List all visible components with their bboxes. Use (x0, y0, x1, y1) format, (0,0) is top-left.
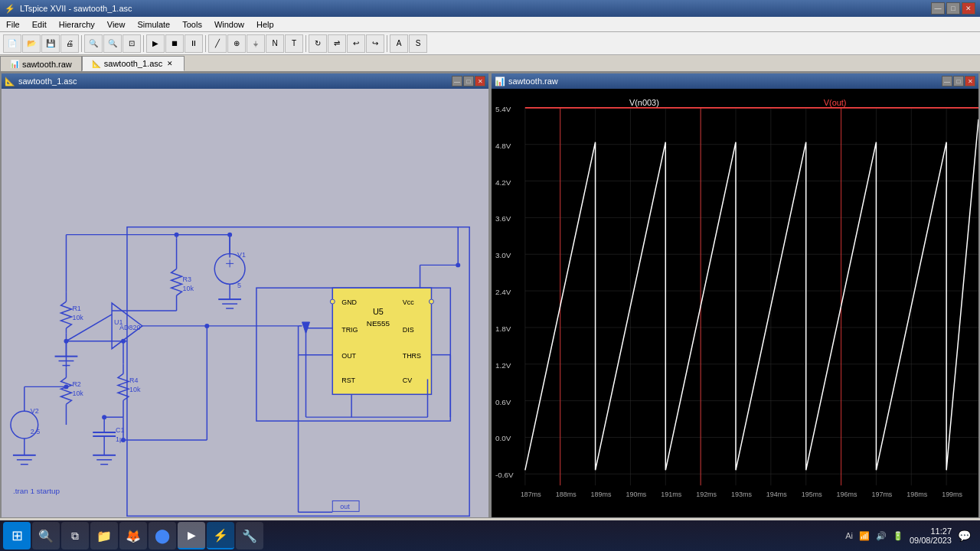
tab-raw[interactable]: 📊 sawtooth.raw (0, 56, 82, 71)
svg-text:190ms: 190ms (626, 491, 646, 498)
menu-help[interactable]: Help (250, 17, 280, 31)
menu-file[interactable]: File (0, 17, 26, 31)
extra-app-button[interactable]: 🔧 (236, 522, 263, 549)
svg-point-77 (102, 415, 106, 419)
svg-text:10k: 10k (72, 390, 83, 397)
ltspice-button[interactable]: ⚡ (207, 522, 234, 549)
search-button[interactable]: 🔍 (32, 522, 60, 549)
firefox-button[interactable]: 🦊 (119, 522, 147, 549)
toolbar-sep2 (143, 35, 144, 52)
task-view-button[interactable]: ⧉ (61, 522, 89, 549)
tab-raw-label: sawtooth.raw (22, 60, 72, 69)
svg-text:0.0V: 0.0V (495, 434, 511, 442)
svg-text:198ms: 198ms (906, 491, 927, 498)
notification-icon[interactable]: 💬 (958, 530, 971, 542)
open-button[interactable]: 📂 (22, 34, 41, 53)
svg-text:5: 5 (237, 282, 241, 289)
waveform-title: sawtooth.raw (508, 77, 558, 86)
svg-text:1.8V: 1.8V (495, 324, 511, 333)
component-button[interactable]: ⊕ (227, 34, 246, 53)
clock[interactable]: 11:27 09/08/2023 (910, 527, 952, 545)
svg-text:R2: R2 (72, 380, 80, 388)
window-controls: — □ ✕ (931, 2, 975, 15)
wire-button[interactable]: ╱ (208, 34, 227, 53)
menu-hierarchy[interactable]: Hierarchy (53, 17, 101, 31)
svg-text:R4: R4 (129, 377, 138, 384)
svg-text:4.8V: 4.8V (495, 142, 511, 150)
schematic-title: sawtooth_1.asc (18, 77, 77, 86)
svg-text:R3: R3 (183, 276, 191, 283)
svg-text:187ms: 187ms (521, 491, 541, 498)
toolbar: 📄 📂 💾 🖨 🔍 🔍 ⊡ ▶ ⏹ ⏸ ╱ ⊕ ⏚ N T ↻ ⇌ ↩ ↪ A … (0, 32, 980, 55)
waveform-title-left: 📊 sawtooth.raw (495, 77, 558, 86)
run-button[interactable]: ▶ (146, 34, 165, 53)
mirror-button[interactable]: ⇌ (328, 34, 346, 53)
zoom-fit-button[interactable]: ⊡ (122, 34, 141, 53)
waveform-window-controls: — □ ✕ (942, 76, 975, 86)
raw-tab-icon: 📊 (10, 60, 19, 68)
terminal-button[interactable]: ▶ (178, 522, 205, 549)
waveform-maximize[interactable]: □ (953, 76, 964, 86)
svg-text:C1: C1 (116, 426, 124, 434)
schematic-close[interactable]: ✕ (475, 76, 485, 86)
svg-text:5.4V: 5.4V (495, 105, 511, 113)
close-button[interactable]: ✕ (962, 2, 975, 15)
svg-point-57 (175, 233, 179, 237)
svg-text:CV: CV (403, 377, 412, 384)
title-bar: ⚡ LTspice XVII - sawtooth_1.asc — □ ✕ (0, 0, 980, 17)
svg-text:192ms: 192ms (696, 491, 717, 498)
waveform-minimize[interactable]: — (942, 76, 952, 86)
save-button[interactable]: 💾 (41, 34, 60, 53)
menu-edit[interactable]: Edit (26, 17, 53, 31)
svg-text:189ms: 189ms (591, 491, 612, 498)
label-button[interactable]: A (390, 34, 408, 53)
svg-point-98 (64, 384, 68, 389)
minimize-button[interactable]: — (931, 2, 945, 15)
svg-text:THRS: THRS (403, 352, 421, 360)
print-button[interactable]: 🖨 (60, 34, 79, 53)
svg-text:0.6V: 0.6V (495, 398, 511, 406)
menu-view[interactable]: View (101, 17, 132, 31)
date-display: 09/08/2023 (910, 536, 952, 545)
redo-button[interactable]: ↪ (366, 34, 384, 53)
chrome-button[interactable]: ⬤ (149, 522, 176, 549)
svg-text:V(n003): V(n003) (629, 98, 659, 107)
svg-text:V1: V1 (237, 251, 246, 259)
toolbar-sep1 (81, 35, 82, 52)
rotate-button[interactable]: ↻ (309, 34, 327, 53)
zoom-in-button[interactable]: 🔍 (84, 34, 103, 53)
svg-text:191ms: 191ms (661, 491, 681, 498)
ground-button[interactable]: ⏚ (247, 34, 265, 53)
taskbar: ⊞ 🔍 ⧉ 📁 🦊 ⬤ ▶ ⚡ 🔧 Ai 📶 🔊 🔋 11:27 09/08/2… (0, 520, 980, 551)
tab-asc[interactable]: 📐 sawtooth_1.asc ✕ (82, 56, 185, 71)
schematic-minimize[interactable]: — (452, 76, 462, 86)
waveform-canvas[interactable]: 5.4V 4.8V 4.2V 3.6V 3.0V 2.4V 1.8V 1.2V … (492, 89, 978, 533)
menu-window[interactable]: Window (208, 17, 250, 31)
schematic-canvas[interactable]: U5 NE555 GND Vcc TRIG DIS OUT THRS RST C… (2, 89, 488, 533)
stop-button[interactable]: ⏹ (165, 34, 184, 53)
svg-text:199ms: 199ms (942, 491, 962, 498)
maximize-button[interactable]: □ (946, 2, 960, 15)
svg-text:DIS: DIS (403, 326, 414, 334)
schematic-title-left: 📐 sawtooth_1.asc (5, 77, 77, 86)
net-button[interactable]: N (266, 34, 284, 53)
schematic-title-bar: 📐 sawtooth_1.asc — □ ✕ (2, 73, 488, 89)
zoom-out-button[interactable]: 🔍 (103, 34, 122, 53)
menu-tools[interactable]: Tools (176, 17, 208, 31)
windows-start-button[interactable]: ⊞ (3, 522, 31, 549)
waveform-close[interactable]: ✕ (965, 76, 975, 86)
schematic-maximize[interactable]: □ (463, 76, 474, 86)
text-button[interactable]: T (285, 34, 303, 53)
svg-text:out: out (340, 503, 350, 510)
svg-text:R1: R1 (72, 305, 80, 312)
pause-button[interactable]: ⏸ (185, 34, 203, 53)
file-explorer-button[interactable]: 📁 (90, 522, 118, 549)
tab-close-button[interactable]: ✕ (165, 59, 175, 68)
network-icon: 📶 (859, 531, 870, 541)
spice-button[interactable]: S (409, 34, 427, 53)
undo-button[interactable]: ↩ (347, 34, 365, 53)
svg-text:10k: 10k (129, 386, 141, 393)
new-button[interactable]: 📄 (3, 34, 21, 53)
schematic-window-controls: — □ ✕ (452, 76, 485, 86)
menu-simulate[interactable]: Simulate (131, 17, 176, 31)
